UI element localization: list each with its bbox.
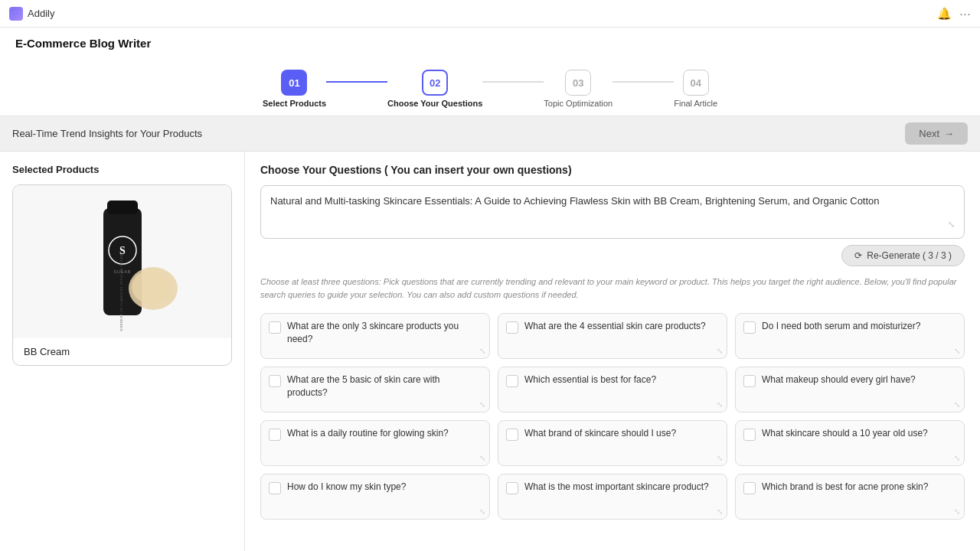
question-resize-icon-11: ⤡: [954, 507, 960, 516]
question-item-3[interactable]: What are the 5 basic of skin care with p…: [260, 367, 490, 412]
regen-icon: ⟳: [854, 250, 862, 261]
notification-icon[interactable]: 🔔: [937, 7, 952, 21]
question-text-9: How do I know my skin type?: [287, 481, 482, 494]
question-checkbox-11[interactable]: [743, 482, 756, 494]
next-button[interactable]: Next →: [905, 122, 968, 145]
arrow-right-icon: →: [944, 128, 954, 139]
connector-2-3: [482, 81, 544, 83]
question-checkbox-9[interactable]: [269, 482, 281, 494]
topbar: Addily 🔔 ⋯: [0, 0, 980, 28]
question-checkbox-10[interactable]: [506, 482, 518, 494]
question-resize-icon-5: ⤡: [954, 400, 960, 409]
question-resize-icon-1: ⤡: [717, 347, 723, 355]
product-image-area: S SUGAR GODDESS OF FLAWLESS SPF30 BB CRE…: [13, 185, 231, 338]
question-text-8: What skincare should a 10 year old use?: [762, 427, 956, 440]
step-1-circle: 01: [281, 70, 307, 96]
question-checkbox-3[interactable]: [269, 375, 281, 387]
question-text-2: Do I need both serum and moisturizer?: [762, 320, 956, 333]
article-title-text: Natural and Multi-tasking Skincare Essen…: [270, 194, 948, 209]
question-checkbox-8[interactable]: [743, 429, 756, 441]
connector-1-2: [326, 81, 387, 83]
step-1[interactable]: 01 Select Products: [263, 70, 326, 108]
question-text-6: What is a daily routine for glowing skin…: [287, 427, 482, 440]
question-item-11[interactable]: Which brand is best for acne prone skin?…: [735, 474, 965, 520]
question-item-5[interactable]: What makeup should every girl have? ⤡: [735, 367, 965, 412]
svg-text:GODDESS OF FLAWLESS SPF30 BB C: GODDESS OF FLAWLESS SPF30 BB CREAM: [119, 253, 123, 331]
step-3-label: Topic Optimization: [544, 99, 612, 108]
sidebar-section-title: Selected Products: [12, 164, 232, 175]
question-item-4[interactable]: Which essential is best for face? ⤡: [498, 367, 727, 412]
insight-text: Real-Time Trend Insights for Your Produc…: [12, 128, 202, 139]
sidebar: Selected Products S SUGAR GODDESS OF FLA…: [0, 152, 245, 551]
question-resize-icon-9: ⤡: [479, 507, 485, 516]
topbar-brand: Addily: [9, 7, 54, 21]
step-3[interactable]: 03 Topic Optimization: [544, 70, 612, 108]
resize-handle-icon: ⤡: [948, 218, 955, 231]
question-checkbox-7[interactable]: [506, 429, 518, 441]
product-card: S SUGAR GODDESS OF FLAWLESS SPF30 BB CRE…: [12, 184, 232, 366]
questions-grid: What are the only 3 skincare products yo…: [260, 313, 965, 520]
main-layout: Selected Products S SUGAR GODDESS OF FLA…: [0, 152, 980, 551]
step-3-circle: 03: [565, 70, 591, 96]
svg-rect-1: [107, 201, 138, 214]
page-header: E-Commerce Blog Writer 01 Select Product…: [0, 28, 980, 116]
question-item-1[interactable]: What are the 4 essential skin care produ…: [498, 313, 727, 359]
question-item-9[interactable]: How do I know my skin type? ⤡: [260, 474, 490, 520]
question-resize-icon-3: ⤡: [479, 400, 485, 409]
step-4[interactable]: 04 Final Article: [674, 70, 717, 108]
svg-point-7: [132, 270, 172, 304]
question-text-5: What makeup should every girl have?: [762, 373, 956, 386]
question-text-11: Which brand is best for acne prone skin?: [762, 481, 956, 494]
question-item-0[interactable]: What are the only 3 skincare products yo…: [260, 313, 490, 359]
question-text-7: What brand of skincare should I use?: [524, 427, 719, 440]
topbar-actions: 🔔 ⋯: [937, 7, 971, 21]
product-name: BB Cream: [13, 338, 231, 365]
question-item-8[interactable]: What skincare should a 10 year old use? …: [735, 420, 965, 466]
question-checkbox-5[interactable]: [743, 375, 756, 387]
question-resize-icon-0: ⤡: [479, 347, 485, 355]
question-resize-icon-4: ⤡: [717, 400, 723, 409]
step-4-circle: 04: [683, 70, 709, 96]
question-item-7[interactable]: What brand of skincare should I use? ⤡: [498, 420, 727, 466]
question-resize-icon-8: ⤡: [954, 454, 960, 462]
step-2-circle: 02: [422, 70, 448, 96]
step-4-label: Final Article: [674, 99, 717, 108]
question-item-10[interactable]: What is the most important skincare prod…: [498, 474, 727, 520]
question-text-4: Which essential is best for face?: [524, 373, 719, 386]
question-text-10: What is the most important skincare prod…: [524, 481, 719, 494]
question-resize-icon-2: ⤡: [954, 347, 960, 355]
question-checkbox-6[interactable]: [269, 429, 281, 441]
question-text-0: What are the only 3 skincare products yo…: [287, 320, 482, 346]
app-name: Addily: [28, 8, 54, 19]
content-area: Choose Your Questions ( You can insert y…: [245, 152, 980, 551]
more-options-icon[interactable]: ⋯: [959, 7, 971, 21]
regen-button[interactable]: ⟳ Re-Generate ( 3 / 3 ): [841, 245, 965, 266]
step-1-label: Select Products: [263, 99, 326, 108]
question-checkbox-2[interactable]: [743, 321, 756, 334]
step-2-label: Choose Your Questions: [387, 99, 482, 108]
question-item-2[interactable]: Do I need both serum and moisturizer? ⤡: [735, 313, 965, 359]
question-resize-icon-6: ⤡: [479, 454, 485, 462]
question-checkbox-4[interactable]: [506, 375, 518, 387]
regen-area: ⟳ Re-Generate ( 3 / 3 ): [260, 245, 965, 266]
product-image: S SUGAR GODDESS OF FLAWLESS SPF30 BB CRE…: [61, 189, 184, 334]
hint-text: Choose at least three questions: Pick qu…: [260, 276, 965, 301]
stepper: 01 Select Products 02 Choose Your Questi…: [15, 57, 965, 116]
question-item-6[interactable]: What is a daily routine for glowing skin…: [260, 420, 490, 466]
question-checkbox-1[interactable]: [506, 321, 518, 334]
connector-3-4: [612, 81, 674, 83]
content-header: Choose Your Questions ( You can insert y…: [260, 164, 965, 176]
question-resize-icon-7: ⤡: [717, 454, 723, 462]
toolbar: Real-Time Trend Insights for Your Produc…: [0, 116, 980, 152]
page-title: E-Commerce Blog Writer: [15, 37, 965, 57]
question-checkbox-0[interactable]: [269, 321, 281, 334]
app-logo: [9, 7, 23, 21]
question-text-1: What are the 4 essential skin care produ…: [524, 320, 719, 333]
step-2[interactable]: 02 Choose Your Questions: [387, 70, 482, 108]
question-resize-icon-10: ⤡: [717, 507, 723, 516]
question-text-3: What are the 5 basic of skin care with p…: [287, 373, 482, 399]
article-title-box[interactable]: Natural and Multi-tasking Skincare Essen…: [260, 185, 965, 239]
